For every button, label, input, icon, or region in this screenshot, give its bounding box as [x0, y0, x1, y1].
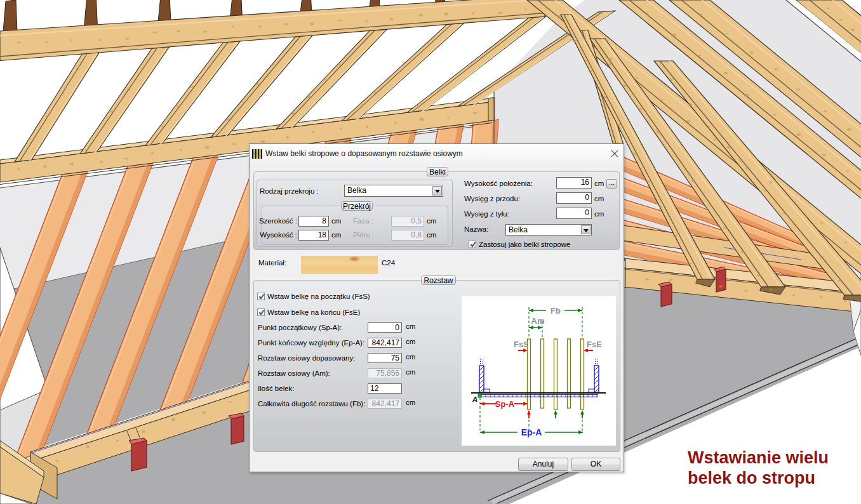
svg-text:Sp-A: Sp-A	[495, 399, 515, 409]
svg-text:Ep-A: Ep-A	[521, 427, 542, 437]
svg-text:FsE: FsE	[587, 340, 602, 349]
svg-text:FsS: FsS	[514, 340, 529, 349]
svg-text:A: A	[472, 395, 477, 403]
svg-text:Am: Am	[531, 316, 545, 326]
svg-text:Fb: Fb	[551, 306, 561, 315]
